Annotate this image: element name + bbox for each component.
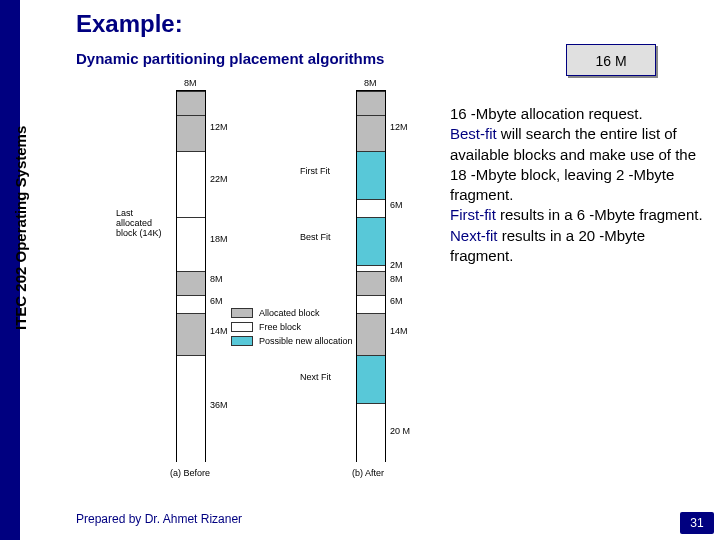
legend-swatch-allocated [231, 308, 253, 318]
legend-label-free: Free block [259, 322, 301, 332]
subtitle: Dynamic partitioning placement algorithm… [76, 50, 384, 67]
legend-row: Allocated block [231, 308, 353, 318]
lbl-b5: 6M [390, 296, 403, 306]
seg [177, 151, 205, 217]
seg [177, 271, 205, 295]
seg [357, 355, 385, 403]
lbl-a5: 6M [210, 296, 223, 306]
legend-swatch-free [231, 322, 253, 332]
lbl-b1: 12M [390, 122, 408, 132]
keyword-firstfit: First-fit [450, 206, 496, 223]
seg [177, 295, 205, 313]
seg [357, 403, 385, 463]
legend: Allocated block Free block Possible new … [231, 308, 353, 350]
lbl-b2: 6M [390, 200, 403, 210]
seg [177, 115, 205, 151]
lbl-b-top: 8M [364, 78, 377, 88]
keyword-nextfit: Next-fit [450, 227, 498, 244]
seg [357, 151, 385, 199]
lbl-a1: 12M [210, 122, 228, 132]
caption-before: (a) Before [170, 468, 210, 478]
seg [177, 217, 205, 271]
seg [357, 115, 385, 151]
lbl-a7: 36M [210, 400, 228, 410]
allocation-badge: 16 M [566, 44, 656, 76]
page-number: 31 [680, 512, 714, 534]
seg [357, 91, 385, 115]
legend-label-allocated: Allocated block [259, 308, 320, 318]
legend-row: Possible new allocation [231, 336, 353, 346]
arrow-last-allocated: Last allocated block (14K) [116, 208, 174, 238]
arrow-best-fit: Best Fit [300, 232, 331, 242]
seg [177, 313, 205, 355]
column-after [356, 90, 386, 462]
seg [357, 199, 385, 217]
memory-diagram: 8M 12M 22M 18M 8M 6M 14M 36M Last alloca… [76, 90, 446, 490]
body-p3: results in a 6 -Mbyte fragment. [496, 206, 703, 223]
body-text: 16 -Mbyte allocation request. Best-fit w… [450, 104, 710, 266]
lbl-a6: 14M [210, 326, 228, 336]
seg [357, 295, 385, 313]
lbl-b4: 8M [390, 274, 403, 284]
seg [357, 217, 385, 265]
arrow-next-fit: Next Fit [300, 372, 331, 382]
legend-swatch-new [231, 336, 253, 346]
seg [177, 91, 205, 115]
caption-after: (b) After [352, 468, 384, 478]
keyword-bestfit: Best-fit [450, 125, 497, 142]
lbl-b7: 20 M [390, 426, 410, 436]
lbl-b6: 14M [390, 326, 408, 336]
lbl-a3: 18M [210, 234, 228, 244]
arrow-first-fit: First Fit [300, 166, 330, 176]
lbl-a4: 8M [210, 274, 223, 284]
course-label: ITEC 202 Operating Systems [12, 126, 29, 330]
footer: Prepared by Dr. Ahmet Rizaner [76, 512, 242, 526]
slide: Example: Dynamic partitioning placement … [0, 0, 720, 540]
body-p1: 16 -Mbyte allocation request. [450, 105, 643, 122]
lbl-a2: 22M [210, 174, 228, 184]
column-before [176, 90, 206, 462]
legend-label-new: Possible new allocation [259, 336, 353, 346]
lbl-b3: 2M [390, 260, 403, 270]
seg [357, 271, 385, 295]
lbl-a-top: 8M [184, 78, 197, 88]
seg [177, 355, 205, 463]
seg [357, 313, 385, 355]
legend-row: Free block [231, 322, 353, 332]
page-title: Example: [76, 10, 183, 38]
